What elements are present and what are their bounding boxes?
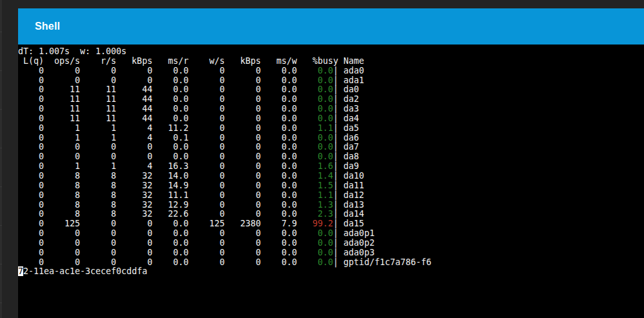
- gstat-row-da12: 0 8 8 32 11.1 0 0 0.0 1.1| da12: [18, 191, 644, 201]
- terminal-cursor: 7: [18, 266, 23, 276]
- busy-value: 1.5: [297, 181, 333, 190]
- gstat-row-da15: 0 125 0 0 0.0 125 2380 7.9 99.2| da15: [18, 219, 644, 229]
- terminal-wrap-line: 72-11ea-ac1e-3cecef0cddfa: [18, 267, 644, 277]
- gstat-row-da14: 0 8 8 32 22.6 0 0 0.0 2.3| da14: [18, 210, 644, 219]
- busy-value: 0.0: [297, 238, 333, 248]
- gstat-row-da13: 0 8 8 32 12.9 0 0 0.0 1.3| da13: [18, 201, 644, 210]
- gstat-row-da6: 0 1 1 4 0.1 0 0 0.0 0.0| da6: [18, 134, 644, 143]
- shell-card: Shell dT: 1.007s w: 1.000s L(q) ops/s r/…: [18, 8, 644, 318]
- gstat-row-da9: 0 1 1 4 16.3 0 0 0.0 1.6| da9: [18, 162, 644, 172]
- gstat-row-ada0: 0 0 0 0 0.0 0 0 0.0 0.0| ada0: [18, 66, 644, 76]
- busy-value: 0.0: [297, 133, 333, 143]
- gstat-row-da8: 0 0 0 0 0.0 0 0 0.0 0.0| da8: [18, 152, 644, 162]
- busy-value: 0.0: [297, 114, 333, 123]
- sidebar-edge: [0, 0, 2, 318]
- busy-value: 0.0: [297, 248, 333, 257]
- page-title: Shell: [18, 21, 60, 32]
- busy-value: 1.1: [297, 190, 333, 200]
- busy-value: 0.0: [297, 104, 333, 114]
- gstat-row-da7: 0 0 0 0 0.0 0 0 0.0 0.0| da7: [18, 143, 644, 152]
- busy-value: 0.0: [297, 84, 333, 94]
- busy-value: 0.0: [297, 75, 333, 85]
- shell-terminal[interactable]: dT: 1.007s w: 1.000s L(q) ops/s r/s kBps…: [18, 45, 644, 318]
- busy-value: 1.6: [297, 161, 333, 171]
- gstat-row-ada0p2: 0 0 0 0 0.0 0 0 0.0 0.0| ada0p2: [18, 239, 644, 248]
- gstat-row-da3: 0 11 11 44 0.0 0 0 0.0 0.0| da3: [18, 104, 644, 114]
- gstat-row-gptid-f1c7a786-f6: 0 0 0 0 0.0 0 0 0.0 0.0| gptid/f1c7a786-…: [18, 258, 644, 268]
- busy-value: 0.0: [297, 257, 333, 267]
- busy-value: 0.0: [297, 94, 333, 104]
- busy-value: 99.2: [297, 219, 333, 228]
- gstat-row-ada0p3: 0 0 0 0 0.0 0 0 0.0 0.0| ada0p3: [18, 248, 644, 258]
- terminal-line: dT: 1.007s w: 1.000s: [18, 47, 644, 57]
- busy-value: 0.0: [297, 66, 333, 75]
- gstat-header-line: L(q) ops/s r/s kBps ms/r w/s kBps ms/w %…: [18, 57, 644, 66]
- busy-value: 2.3: [297, 209, 333, 219]
- page: Shell dT: 1.007s w: 1.000s L(q) ops/s r/…: [0, 0, 644, 318]
- gstat-row-da5: 0 1 1 4 11.2 0 0 0.0 1.1| da5: [18, 124, 644, 134]
- gstat-row-da2: 0 11 11 44 0.0 0 0 0.0 0.0| da2: [18, 95, 644, 104]
- gstat-row-da11: 0 8 8 32 14.9 0 0 0.0 1.5| da11: [18, 181, 644, 191]
- gstat-row-da4: 0 11 11 44 0.0 0 0 0.0 0.0| da4: [18, 114, 644, 124]
- gstat-row-ada0p1: 0 0 0 0 0.0 0 0 0.0 0.0| ada0p1: [18, 229, 644, 239]
- busy-value: 0.0: [297, 152, 333, 161]
- busy-value: 1.3: [297, 200, 333, 210]
- gstat-row-ada1: 0 0 0 0 0.0 0 0 0.0 0.0| ada1: [18, 76, 644, 86]
- shell-card-header: Shell: [18, 8, 644, 45]
- busy-value: 1.4: [297, 171, 333, 181]
- busy-value: 0.0: [297, 228, 333, 238]
- gstat-row-da10: 0 8 8 32 14.0 0 0 0.0 1.4| da10: [18, 172, 644, 181]
- gstat-row-da0: 0 11 11 44 0.0 0 0 0.0 0.0| da0: [18, 85, 644, 95]
- busy-value: 1.1: [297, 123, 333, 133]
- busy-value: 0.0: [297, 142, 333, 152]
